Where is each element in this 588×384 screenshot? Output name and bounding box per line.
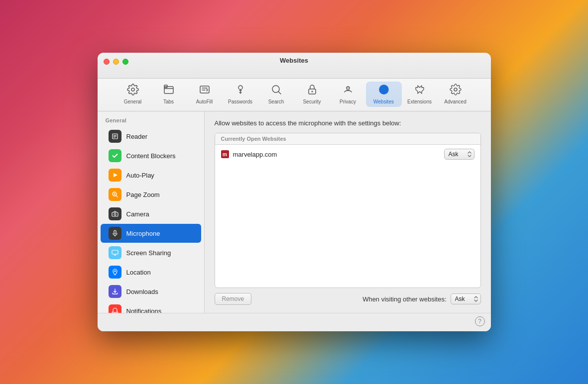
sidebar-item-notifications[interactable]: Notifications bbox=[101, 301, 201, 313]
search-icon bbox=[270, 84, 282, 97]
site-permission[interactable]: Ask Allow Deny bbox=[444, 149, 474, 160]
privacy-icon bbox=[342, 84, 354, 97]
panel-description: Allow websites to access the microphone … bbox=[215, 119, 481, 127]
passwords-icon bbox=[235, 84, 246, 97]
close-button[interactable] bbox=[104, 59, 110, 65]
permission-select-wrapper[interactable]: Ask Allow Deny bbox=[444, 149, 474, 160]
sidebar-reader-label: Reader bbox=[126, 133, 148, 140]
other-websites-section: When visiting other websites: Ask Allow … bbox=[362, 293, 480, 304]
sidebar-item-downloads[interactable]: Downloads bbox=[101, 282, 201, 301]
svg-rect-16 bbox=[112, 250, 118, 254]
table-body: m marvelapp.com Ask Allow Deny bbox=[215, 145, 480, 288]
toolbar-item-general[interactable]: General bbox=[115, 82, 151, 107]
extensions-label: Extensions bbox=[407, 99, 432, 105]
sidebar-item-auto-play[interactable]: Auto-Play bbox=[101, 166, 201, 185]
toolbar-item-websites[interactable]: Websites bbox=[366, 82, 402, 107]
passwords-label: Passwords bbox=[228, 99, 252, 105]
svg-rect-13 bbox=[112, 212, 118, 216]
window-footer: ? bbox=[98, 313, 491, 331]
sidebar-screen-sharing-label: Screen Sharing bbox=[126, 249, 171, 257]
reader-icon bbox=[109, 130, 121, 143]
auto-play-icon bbox=[109, 169, 121, 182]
sidebar-location-label: Location bbox=[126, 269, 151, 276]
autofill-icon bbox=[199, 84, 211, 97]
bottom-bar: Remove When visiting other websites: Ask… bbox=[215, 288, 481, 305]
permission-select[interactable]: Ask Allow Deny bbox=[444, 149, 474, 160]
screen-sharing-icon bbox=[109, 246, 121, 259]
page-zoom-icon bbox=[109, 188, 121, 201]
extensions-icon bbox=[414, 84, 426, 97]
websites-icon bbox=[378, 84, 390, 97]
table-header: Currently Open Websites bbox=[215, 133, 480, 145]
general-label: General bbox=[124, 99, 142, 105]
sidebar: General Reader Content Block bbox=[98, 111, 205, 313]
toolbar-item-privacy[interactable]: Privacy bbox=[330, 82, 366, 107]
autofill-label: AutoFill bbox=[196, 99, 213, 105]
sidebar-item-screen-sharing[interactable]: Screen Sharing bbox=[101, 243, 201, 262]
sidebar-section-header: General bbox=[98, 115, 204, 126]
tabs-icon bbox=[163, 84, 175, 97]
toolbar-item-passwords[interactable]: Passwords bbox=[223, 82, 258, 107]
websites-table: Currently Open Websites m marvelapp.com bbox=[215, 133, 481, 288]
downloads-icon bbox=[109, 285, 121, 298]
notifications-icon bbox=[109, 304, 121, 313]
svg-point-17 bbox=[114, 271, 116, 272]
advanced-label: Advanced bbox=[444, 99, 466, 105]
sidebar-microphone-label: Microphone bbox=[126, 230, 160, 237]
toolbar-item-tabs[interactable]: Tabs bbox=[151, 82, 187, 107]
svg-text:m: m bbox=[223, 152, 227, 157]
content-blockers-icon bbox=[109, 149, 121, 162]
toolbar-item-search[interactable]: Search bbox=[258, 82, 294, 107]
sidebar-auto-play-label: Auto-Play bbox=[126, 172, 154, 179]
location-icon bbox=[109, 266, 121, 279]
camera-icon bbox=[109, 207, 121, 220]
other-permission-select-wrapper[interactable]: Ask Allow Deny bbox=[451, 293, 481, 304]
site-favicon: m bbox=[221, 150, 229, 158]
toolbar-item-security[interactable]: Security bbox=[294, 82, 330, 107]
remove-button[interactable]: Remove bbox=[215, 293, 252, 305]
main-panel: Allow websites to access the microphone … bbox=[205, 111, 491, 313]
security-icon bbox=[306, 84, 318, 97]
svg-rect-15 bbox=[114, 230, 116, 234]
sidebar-item-content-blockers[interactable]: Content Blockers bbox=[101, 146, 201, 165]
content-area: General Reader Content Block bbox=[98, 111, 491, 313]
sidebar-item-microphone[interactable]: Microphone bbox=[101, 224, 201, 243]
table-row[interactable]: m marvelapp.com Ask Allow Deny bbox=[215, 145, 480, 164]
sidebar-item-reader[interactable]: Reader bbox=[101, 127, 201, 146]
main-window: Websites General Tabs bbox=[98, 53, 491, 331]
svg-point-7 bbox=[348, 88, 349, 89]
general-icon bbox=[127, 84, 139, 97]
tabs-label: Tabs bbox=[163, 99, 174, 105]
titlebar: Websites bbox=[98, 53, 491, 79]
site-name: marvelapp.com bbox=[233, 151, 440, 158]
svg-point-3 bbox=[238, 86, 242, 90]
svg-point-10 bbox=[454, 88, 457, 91]
sidebar-page-zoom-label: Page Zoom bbox=[126, 191, 160, 198]
toolbar-item-advanced[interactable]: Advanced bbox=[438, 82, 473, 107]
minimize-button[interactable] bbox=[113, 59, 119, 65]
sidebar-item-location[interactable]: Location bbox=[101, 263, 201, 282]
toolbar-item-autofill[interactable]: AutoFill bbox=[187, 82, 223, 107]
security-label: Security bbox=[303, 99, 321, 105]
search-label: Search bbox=[268, 99, 284, 105]
help-button[interactable]: ? bbox=[475, 316, 485, 326]
microphone-icon bbox=[109, 227, 121, 240]
svg-rect-2 bbox=[200, 86, 209, 93]
advanced-icon bbox=[450, 84, 462, 97]
toolbar-item-extensions[interactable]: Extensions bbox=[402, 82, 438, 107]
other-permission-select[interactable]: Ask Allow Deny bbox=[451, 293, 481, 304]
sidebar-item-page-zoom[interactable]: Page Zoom bbox=[101, 185, 201, 204]
maximize-button[interactable] bbox=[122, 59, 128, 65]
window-title: Websites bbox=[280, 57, 308, 64]
sidebar-item-camera[interactable]: Camera bbox=[101, 204, 201, 223]
toolbar: General Tabs AutoFill bbox=[98, 79, 491, 111]
sidebar-content-blockers-label: Content Blockers bbox=[126, 152, 176, 160]
privacy-label: Privacy bbox=[340, 99, 356, 105]
traffic-lights bbox=[104, 59, 128, 65]
svg-point-6 bbox=[311, 91, 313, 93]
svg-point-4 bbox=[272, 86, 279, 93]
svg-point-14 bbox=[114, 213, 116, 215]
sidebar-notifications-label: Notifications bbox=[126, 307, 162, 313]
other-websites-label: When visiting other websites: bbox=[362, 295, 446, 303]
websites-label: Websites bbox=[373, 99, 394, 105]
